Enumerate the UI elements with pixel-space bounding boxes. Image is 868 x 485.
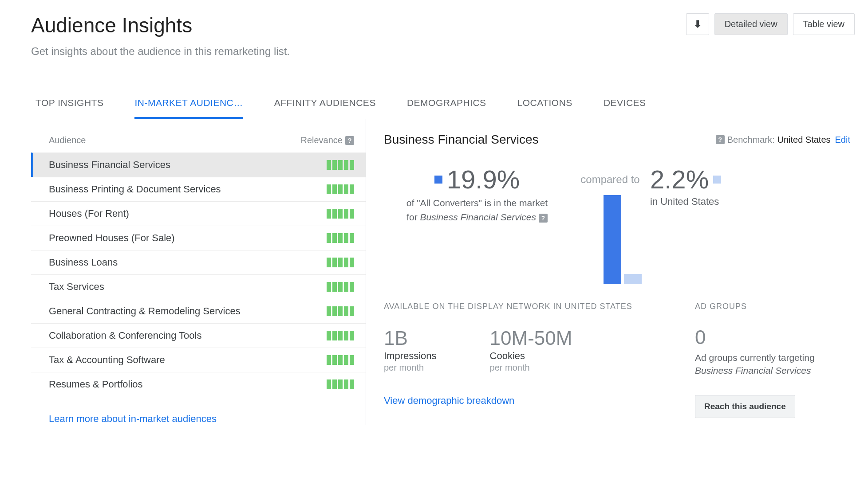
detail-title: Business Financial Services [384, 133, 539, 147]
audience-name: Business Loans [49, 257, 118, 268]
benchmark-sub: in United States [650, 196, 721, 207]
col-audience: Audience [49, 135, 86, 145]
relevance-bars [327, 282, 354, 292]
audience-name: Tax Services [49, 281, 104, 293]
audience-row[interactable]: Resumes & Portfolios [31, 372, 366, 396]
audience-name: Houses (For Rent) [49, 208, 129, 219]
audience-row[interactable]: Tax & Accounting Software [31, 348, 366, 372]
impressions-sub: per month [384, 363, 437, 373]
tab-demographics[interactable]: DEMOGRAPHICS [407, 89, 486, 119]
benchmark-percent: 2.2% [650, 164, 709, 194]
col-relevance: Relevance [300, 135, 343, 145]
download-button[interactable]: ⬇ [686, 13, 709, 35]
audience-name: General Contracting & Remodeling Service… [49, 305, 241, 317]
audience-name: Business Printing & Document Services [49, 184, 221, 195]
benchmark-value: United States [777, 135, 830, 145]
audience-name: Collaboration & Conferencing Tools [49, 330, 201, 341]
chart-bar-benchmark [624, 274, 642, 284]
audience-row[interactable]: Collaboration & Conferencing Tools [31, 323, 366, 348]
adgroups-count: 0 [695, 326, 850, 348]
relevance-bars [327, 184, 354, 194]
audience-row[interactable]: Preowned Houses (For Sale) [31, 226, 366, 250]
benchmark-edit-link[interactable]: Edit [835, 135, 850, 145]
chart-bar-primary [604, 195, 621, 284]
relevance-bars [327, 355, 354, 365]
help-icon[interactable]: ? [345, 136, 354, 145]
detailed-view-button[interactable]: Detailed view [714, 13, 788, 35]
audience-row[interactable]: General Contracting & Remodeling Service… [31, 299, 366, 323]
learn-more-link[interactable]: Learn more about in-market audiences [31, 396, 366, 425]
tab-locations[interactable]: LOCATIONS [517, 89, 572, 119]
audience-row[interactable]: Business Printing & Document Services [31, 177, 366, 201]
relevance-bars [327, 379, 354, 389]
compared-to-label: compared to [570, 160, 650, 186]
benchmark: ? Benchmark: United States Edit [716, 135, 850, 145]
audience-name: Business Financial Services [49, 159, 170, 171]
tab-devices[interactable]: DEVICES [604, 89, 646, 119]
audience-row[interactable]: Business Loans [31, 250, 366, 274]
reach-audience-button[interactable]: Reach this audience [695, 395, 795, 418]
tab-in-market-audienc-[interactable]: IN-MARKET AUDIENC… [134, 89, 243, 119]
table-view-button[interactable]: Table view [793, 13, 855, 35]
adgroups-heading: AD GROUPS [695, 302, 850, 311]
impressions-value: 1B [384, 327, 437, 349]
page-subtitle: Get insights about the audience in this … [31, 45, 290, 58]
legend-square-primary [434, 176, 442, 184]
relevance-bars [327, 233, 354, 243]
audience-name: Resumes & Portfolios [49, 379, 143, 390]
audience-name: Preowned Houses (For Sale) [49, 232, 175, 244]
tab-affinity-audiences[interactable]: AFFINITY AUDIENCES [274, 89, 376, 119]
available-heading: AVAILABLE ON THE DISPLAY NETWORK IN UNIT… [384, 302, 659, 311]
benchmark-label: Benchmark: [727, 135, 775, 145]
comparison-chart [604, 186, 642, 284]
audience-row[interactable]: Houses (For Rent) [31, 201, 366, 226]
download-icon: ⬇ [694, 19, 702, 30]
impressions-label: Impressions [384, 350, 437, 362]
help-icon[interactable]: ? [716, 135, 725, 144]
relevance-bars [327, 258, 354, 267]
legend-square-benchmark [713, 176, 721, 184]
relevance-bars [327, 331, 354, 340]
relevance-bars [327, 306, 354, 316]
help-icon[interactable]: ? [539, 214, 548, 223]
audience-row[interactable]: Business Financial Services [31, 153, 366, 177]
audience-name: Tax & Accounting Software [49, 354, 165, 366]
cookies-value: 10M-50M [490, 327, 572, 349]
cookies-label: Cookies [490, 350, 572, 362]
view-demographic-link[interactable]: View demographic breakdown [384, 395, 659, 407]
audience-row[interactable]: Tax Services [31, 274, 366, 299]
primary-percent: 19.9% [447, 164, 520, 194]
primary-desc: of "All Converters" is in the market for… [384, 196, 570, 224]
relevance-bars [327, 209, 354, 219]
cookies-sub: per month [490, 363, 572, 373]
adgroups-desc: Ad groups currently targeting Business F… [695, 351, 850, 377]
page-title: Audience Insights [31, 13, 290, 37]
relevance-bars [327, 160, 354, 170]
tab-top-insights[interactable]: TOP INSIGHTS [36, 89, 103, 119]
